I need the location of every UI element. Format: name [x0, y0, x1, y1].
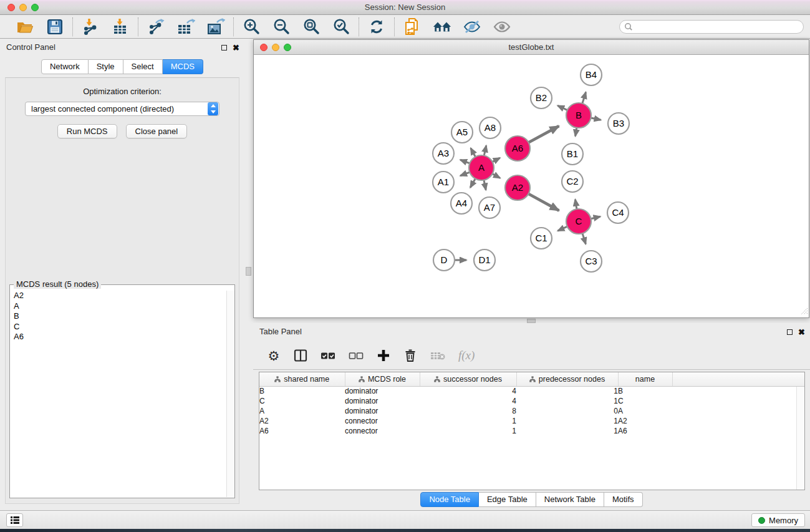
edge-A-A4[interactable] — [470, 178, 475, 187]
select-all-checked-icon[interactable] — [321, 347, 335, 364]
edge-C-C2[interactable] — [575, 200, 576, 210]
edge-C-C1[interactable] — [557, 226, 567, 231]
tab-mcds[interactable]: MCDS — [163, 59, 203, 74]
edge-B-B3[interactable] — [591, 118, 601, 120]
edge-C-C4[interactable] — [591, 216, 600, 218]
close-window-button[interactable] — [7, 4, 15, 11]
mcds-tab-content: Optimization criterion: largest connecte… — [5, 77, 239, 504]
edge-A-A3[interactable] — [460, 160, 470, 163]
float-panel-icon[interactable] — [221, 45, 227, 51]
network-close-button[interactable] — [260, 44, 268, 51]
column-header-shared-name[interactable]: shared name — [259, 372, 345, 386]
mcds-result-title: MCDS result (5 nodes) — [14, 279, 101, 289]
node-label-B2: B2 — [536, 92, 547, 103]
close-panel-button[interactable]: Close panel — [126, 124, 188, 138]
open-folder-icon[interactable] — [16, 17, 34, 36]
table-row[interactable]: Bdominator41B — [259, 386, 804, 396]
task-list-button[interactable] — [6, 513, 23, 527]
table-scrollbar[interactable] — [796, 387, 804, 490]
column-header-predecessor-nodes[interactable]: predecessor nodes — [516, 372, 618, 386]
delete-column-icon[interactable] — [403, 347, 417, 364]
edge-C-C3[interactable] — [582, 233, 586, 244]
search-input[interactable] — [619, 20, 804, 34]
node-label-B1: B1 — [567, 148, 578, 159]
tab-network-table[interactable]: Network Table — [536, 492, 604, 507]
node-label-A1: A1 — [438, 177, 449, 187]
edge-A-A6[interactable] — [493, 158, 500, 162]
edge-A-A7[interactable] — [484, 180, 486, 190]
network-minimize-button[interactable] — [272, 44, 279, 51]
deselect-all-icon[interactable] — [349, 347, 364, 364]
result-scrollbar[interactable] — [226, 291, 234, 497]
tab-motifs[interactable]: Motifs — [604, 492, 643, 507]
result-item[interactable]: A6 — [11, 332, 226, 342]
add-column-icon[interactable] — [377, 347, 390, 364]
zoom-selected-icon[interactable] — [332, 17, 350, 36]
save-floppy-icon[interactable] — [46, 17, 64, 36]
maximize-window-button[interactable] — [31, 4, 39, 11]
table-row[interactable]: Cdominator41C — [259, 396, 804, 406]
resize-grip-icon[interactable] — [799, 306, 808, 317]
memory-label: Memory — [769, 516, 798, 525]
houses-icon[interactable] — [433, 17, 451, 36]
zoom-fit-icon[interactable] — [302, 17, 321, 36]
node-label-B3: B3 — [613, 118, 624, 128]
network-graph: B4B2BB3A5A8A6B1A3AA1C2A2A4A7CC4C1C3DD1 — [254, 55, 809, 317]
zoom-out-icon[interactable] — [272, 17, 291, 36]
close-table-panel-icon[interactable]: ✖ — [798, 328, 805, 336]
node-label-B: B — [576, 110, 582, 120]
settings-gear-icon[interactable]: ⚙ — [267, 347, 281, 364]
network-window-titlebar[interactable]: testGlobe.txt — [254, 40, 809, 55]
edge-B-B1[interactable] — [576, 128, 577, 137]
column-header-successor-nodes[interactable]: successor nodes — [420, 372, 516, 386]
tab-select[interactable]: Select — [123, 59, 163, 74]
table-row[interactable]: Adominator80A — [259, 406, 804, 416]
export-image-icon[interactable] — [206, 17, 225, 36]
export-table-icon[interactable] — [176, 17, 195, 36]
memory-button[interactable]: Memory — [751, 513, 805, 527]
network-maximize-button[interactable] — [284, 44, 291, 51]
edge-A-A1[interactable] — [460, 172, 470, 176]
network-canvas[interactable]: B4B2BB3A5A8A6B1A3AA1C2A2A4A7CC4C1C3DD1 — [254, 55, 809, 317]
export-network-icon[interactable] — [147, 17, 165, 36]
run-mcds-button[interactable]: Run MCDS — [57, 124, 117, 138]
column-header-name[interactable]: name — [618, 372, 672, 386]
result-item[interactable]: A2 — [11, 291, 226, 301]
mcds-result-list: A2ABCA6 — [11, 291, 226, 497]
documents-share-icon[interactable] — [403, 17, 422, 36]
tab-edge-table[interactable]: Edge Table — [479, 492, 536, 507]
import-table-icon[interactable] — [111, 17, 130, 36]
tab-style[interactable]: Style — [89, 59, 123, 74]
edge-B-B2[interactable] — [557, 105, 567, 110]
node-label-C2: C2 — [566, 176, 578, 186]
eye-icon[interactable] — [493, 17, 511, 36]
tab-node-table[interactable]: Node Table — [420, 492, 479, 507]
column-header-MCDS-role[interactable]: MCDS role — [345, 372, 420, 386]
minimize-window-button[interactable] — [19, 4, 27, 11]
criterion-select[interactable]: largest connected component (directed) — [25, 102, 219, 116]
vertical-split-handle[interactable] — [246, 267, 251, 276]
tab-network[interactable]: Network — [41, 59, 89, 74]
import-network-icon[interactable] — [81, 17, 100, 36]
close-panel-icon[interactable]: ✖ — [233, 44, 239, 52]
refresh-layout-icon[interactable] — [367, 17, 386, 36]
table-row[interactable]: A6connector11A6 — [259, 426, 804, 436]
edge-A-A8[interactable] — [484, 145, 486, 155]
horizontal-split-handle[interactable] — [527, 319, 536, 323]
zoom-in-icon[interactable] — [242, 17, 261, 36]
edge-A-A5[interactable] — [471, 148, 476, 157]
edge-B-B4[interactable] — [582, 92, 586, 104]
fx-label: f(x) — [458, 349, 475, 362]
result-item[interactable]: B — [11, 311, 226, 322]
search-icon — [624, 22, 633, 33]
float-table-panel-icon[interactable] — [787, 329, 793, 335]
network-view-window: testGlobe.txt B4B2BB3A5A8A6B1A3AA1C2A2A4… — [253, 39, 809, 318]
result-item[interactable]: C — [11, 322, 226, 332]
eye-slash-icon[interactable] — [463, 17, 481, 36]
edge-A2-C[interactable] — [529, 194, 559, 211]
column-layout-icon[interactable] — [294, 347, 307, 364]
edge-A-A2[interactable] — [493, 174, 500, 178]
result-item[interactable]: A — [11, 301, 226, 312]
table-row[interactable]: A2connector11A2 — [259, 416, 804, 426]
edge-A6-B[interactable] — [529, 126, 559, 142]
